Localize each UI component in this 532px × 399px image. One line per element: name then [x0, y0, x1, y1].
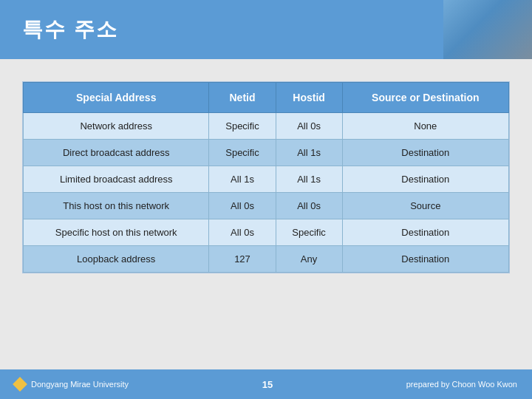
footer-left: Dongyang Mirae University	[15, 379, 129, 389]
table-cell: Network address	[24, 113, 209, 140]
page-header: 특수 주소	[0, 0, 532, 59]
special-address-table: Special Address Netid Hostid Source or D…	[23, 82, 509, 273]
col-netid: Netid	[209, 83, 276, 113]
table-cell: Destination	[342, 166, 508, 193]
table-cell: Specific host on this network	[24, 219, 209, 246]
table-cell: None	[342, 113, 508, 140]
table-cell: All 0s	[276, 113, 342, 140]
table-cell: All 1s	[276, 140, 342, 166]
table-cell: Destination	[342, 219, 508, 246]
table-cell: Specific	[209, 113, 276, 140]
table-row: Limited broadcast addressAll 1sAll 1sDes…	[24, 166, 509, 193]
header-decoration	[443, 0, 532, 59]
col-source-dest: Source or Destination	[342, 83, 508, 113]
col-hostid: Hostid	[276, 83, 342, 113]
table-row: Network addressSpecificAll 0sNone	[24, 113, 509, 140]
page-title: 특수 주소	[22, 16, 118, 44]
university-name: Dongyang Mirae University	[31, 380, 129, 389]
table-cell: All 1s	[276, 166, 342, 193]
table-header-row: Special Address Netid Hostid Source or D…	[24, 83, 509, 113]
table-cell: Source	[342, 193, 508, 219]
table-row: Loopback address127AnyDestination	[24, 246, 509, 273]
page-number: 15	[262, 379, 273, 390]
table-container: Special Address Netid Hostid Source or D…	[22, 81, 510, 273]
table-row: Specific host on this networkAll 0sSpeci…	[24, 219, 509, 246]
diamond-icon	[13, 377, 27, 392]
table-cell: Destination	[342, 140, 508, 166]
table-cell: This host on this network	[24, 193, 209, 219]
table-cell: All 1s	[209, 166, 276, 193]
table-cell: 127	[209, 246, 276, 273]
table-cell: All 0s	[209, 193, 276, 219]
table-cell: Direct broadcast address	[24, 140, 209, 166]
table-cell: Any	[276, 246, 342, 273]
table-cell: Limited broadcast address	[24, 166, 209, 193]
footer-credit: prepared by Choon Woo Kwon	[406, 380, 517, 389]
table-cell: All 0s	[276, 193, 342, 219]
table-row: This host on this networkAll 0sAll 0sSou…	[24, 193, 509, 219]
main-content: Special Address Netid Hostid Source or D…	[0, 59, 532, 369]
table-row: Direct broadcast addressSpecificAll 1sDe…	[24, 140, 509, 166]
table-body: Network addressSpecificAll 0sNoneDirect …	[24, 113, 509, 273]
page-footer: Dongyang Mirae University 15 prepared by…	[0, 369, 532, 399]
table-cell: Specific	[276, 219, 342, 246]
table-cell: All 0s	[209, 219, 276, 246]
table-cell: Destination	[342, 246, 508, 273]
table-cell: Specific	[209, 140, 276, 166]
col-special-address: Special Address	[24, 83, 209, 113]
table-cell: Loopback address	[24, 246, 209, 273]
